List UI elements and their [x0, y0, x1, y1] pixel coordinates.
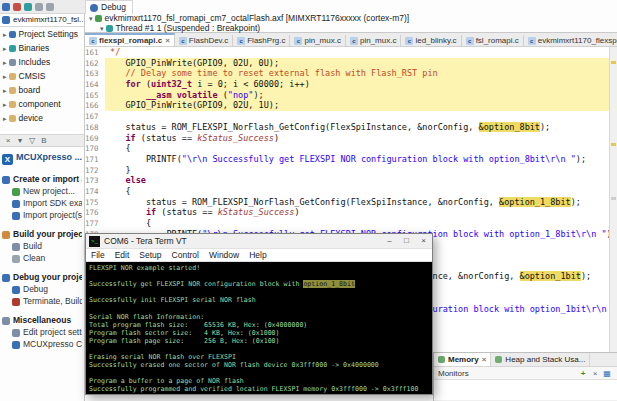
explorer-tree: ▸Project Settings▸Binaries▸Includes▸CMSI…	[0, 27, 84, 125]
editor-tab-3[interactable]: cpin_mux.c	[290, 35, 345, 47]
terminal-text: Erasing serial NOR flash over FLEXSPI	[89, 353, 236, 361]
project-explorer: evkmimxrt1170_fsl... ▸Project Settings▸B…	[0, 14, 85, 134]
code-token: status = ROM_FLEXSPI_NorFlash_GetConfig(…	[105, 197, 499, 207]
editor-tab-7[interactable]: cevkmimxrt1170_flexspi...	[524, 35, 617, 47]
expand-icon[interactable]: ▸	[3, 101, 7, 108]
save-icon[interactable]	[46, 3, 54, 11]
quickstart-item[interactable]: MCUXpresso Config...	[2, 338, 82, 350]
explorer-item[interactable]: ▸CMSIS	[0, 69, 84, 83]
quickstart-item[interactable]: New project...	[2, 185, 82, 197]
expand-icon[interactable]: ▸	[3, 87, 7, 94]
editor-tab-4[interactable]: cpin_mux.c	[346, 35, 401, 47]
code-line[interactable]: 176 if (status == kStatus_Success)	[85, 207, 609, 218]
folder-icon[interactable]	[35, 3, 43, 11]
add-monitor-icon[interactable]: +	[577, 368, 589, 380]
quickstart-item-label: Terminate, Build...	[23, 296, 82, 306]
tab-debug[interactable]: Debug	[85, 0, 133, 14]
minimize-button[interactable]: –	[381, 234, 398, 249]
remove-monitor-icon[interactable]: ×	[589, 368, 601, 380]
collapse-all-icon[interactable]: ▾	[14, 135, 26, 147]
menu-edit[interactable]: Edit	[110, 249, 135, 261]
code-line[interactable]: 177 {	[85, 218, 609, 229]
expand-icon[interactable]: ▾	[100, 25, 104, 32]
close-button[interactable]: ×	[415, 234, 432, 249]
explorer-toolbar: ×▾▽B	[0, 134, 85, 147]
workspace-icon[interactable]	[2, 3, 10, 11]
expand-icon[interactable]: ▸	[3, 45, 7, 52]
menu-file[interactable]: File	[86, 249, 110, 261]
code-line[interactable]: 168 status = ROM_FLEXSPI_NorFlash_GetCon…	[85, 122, 609, 133]
code-line[interactable]: 167	[85, 111, 609, 122]
code-line[interactable]: 175 status = ROM_FLEXSPI_NorFlash_GetCon…	[85, 197, 609, 208]
misc-section-icon	[2, 317, 10, 325]
menu-setup[interactable]: Setup	[134, 249, 166, 261]
terminal-line: Successfully init FLEXSPI serial NOR fla…	[89, 296, 429, 304]
menu-help[interactable]: Help	[244, 249, 271, 261]
editor-tab-6[interactable]: cfsl_romapi.c	[462, 35, 524, 47]
code-line[interactable]: 164 for (uint32_t i = 0; i < 60000; i++)	[85, 79, 609, 90]
quickstart-item[interactable]: Terminate, Build...	[2, 295, 82, 307]
maximize-button[interactable]: □	[398, 234, 415, 249]
code-line[interactable]: 173 else	[85, 175, 609, 186]
code-line[interactable]: 161 */	[85, 47, 609, 58]
code-token: GPIO_PinWrite(GPIO9, 02U, 0U);	[105, 58, 279, 68]
sync-icon[interactable]	[24, 3, 32, 11]
close-icon[interactable]: ×	[2, 135, 14, 147]
record-icon[interactable]	[13, 3, 21, 11]
code-token: )	[294, 207, 299, 217]
teraterm-titlebar[interactable]: >_ COM6 - Tera Term VT –□×	[86, 234, 432, 249]
debug-tree-row[interactable]: ▾evkmimxrt1170_fsl_romapi_cm7_octalFlash…	[85, 14, 617, 24]
explorer-item[interactable]: ▸Binaries	[0, 41, 84, 55]
quickstart-section-header[interactable]: Build your project	[2, 228, 82, 240]
explorer-item[interactable]: ▸board	[0, 83, 84, 97]
explorer-item[interactable]: ▸Project Settings	[0, 27, 84, 41]
menu-control[interactable]: Control	[167, 249, 204, 261]
expand-icon[interactable]: ▾	[89, 15, 93, 22]
quickstart-section-header[interactable]: Miscellaneous	[2, 314, 82, 326]
explorer-item[interactable]: ▸Includes	[0, 55, 84, 69]
code-line[interactable]: 169 if (status == kStatus_Success)	[85, 133, 609, 144]
editor-tab-1[interactable]: cFlashDev.c	[175, 35, 233, 47]
terminal-output[interactable]: FLEXSPI NOR example started!Successfully…	[86, 262, 432, 394]
code-line[interactable]: 174 {	[85, 186, 609, 197]
expand-icon[interactable]: ▸	[3, 115, 7, 122]
code-line[interactable]: 166 GPIO_PinWrite(GPIO9, 02U, 1U);	[85, 100, 609, 111]
code-line[interactable]: 165 __asm volatile ("nop");	[85, 90, 609, 101]
code-line[interactable]: 172 }	[85, 165, 609, 176]
code-line[interactable]: 171 PRINTF("\r\n Successfully get FLEXSP…	[85, 154, 609, 165]
code-line[interactable]: 162 GPIO_PinWrite(GPIO9, 02U, 0U);	[85, 58, 609, 69]
editor-tab-0[interactable]: cflexspi_romapi.c×	[85, 33, 175, 47]
menu-window[interactable]: Window	[204, 249, 244, 261]
quickstart-item[interactable]: Debug	[2, 283, 82, 295]
terminal-line	[89, 345, 429, 353]
breakpoint-icon[interactable]: B	[38, 135, 50, 147]
overview-ruler[interactable]	[609, 47, 617, 401]
filter-icon[interactable]: ▽	[26, 135, 38, 147]
close-tab-icon[interactable]: ×	[482, 355, 487, 364]
memory-panel-tab-1[interactable]: Heap and Stack Usa...	[491, 353, 590, 367]
quickstart-section-header[interactable]: Create or import a p...	[2, 173, 82, 185]
expand-icon[interactable]: ▸	[3, 31, 7, 38]
quickstart-item[interactable]: Import project(s)...	[2, 209, 82, 221]
code-line[interactable]: 170 {	[85, 143, 609, 154]
memory-monitors-area[interactable]	[434, 380, 617, 400]
explorer-item[interactable]: ▸component	[0, 97, 84, 111]
memory-panel-tab-0[interactable]: Memory×	[434, 353, 491, 367]
debug-tree-row[interactable]: ▾Thread #1 1 (Suspended : Breakpoint)	[85, 24, 617, 34]
editor-tab-5[interactable]: cled_blinky.c	[401, 35, 461, 47]
quickstart-item[interactable]: Edit project settings	[2, 326, 82, 338]
editor-tab-2[interactable]: cFlashPrg.c	[233, 35, 290, 47]
tab-project-explorer[interactable]: evkmimxrt1170_fsl...	[0, 14, 84, 27]
new-memory-tab-icon[interactable]: ▦	[601, 368, 613, 380]
quickstart-item[interactable]: Clean	[2, 252, 82, 264]
code-token	[105, 207, 146, 217]
quickstart-item[interactable]: Build	[2, 240, 82, 252]
quickstart-item[interactable]: Import SDK exampl...	[2, 197, 82, 209]
expand-icon[interactable]: ▸	[3, 59, 7, 66]
teraterm-window[interactable]: >_ COM6 - Tera Term VT –□× FileEditSetup…	[85, 233, 433, 395]
close-tab-icon[interactable]: ×	[165, 36, 170, 45]
quickstart-section-header[interactable]: Debug your project	[2, 271, 82, 283]
code-line[interactable]: 163 // Delay some time to reset external…	[85, 68, 609, 79]
expand-icon[interactable]: ▸	[3, 73, 7, 80]
explorer-item[interactable]: ▸device	[0, 111, 84, 125]
